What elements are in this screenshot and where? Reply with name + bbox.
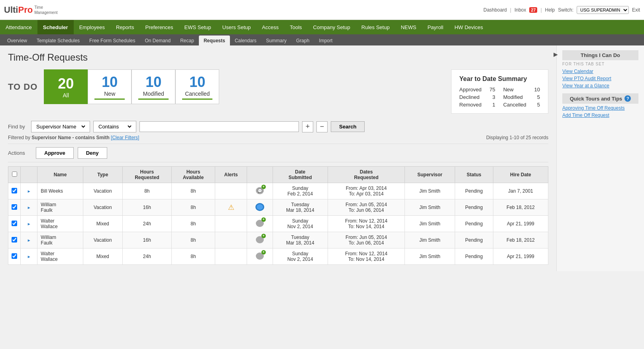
- switch-select[interactable]: USG SUPERADMIN: [577, 6, 629, 14]
- chat-plus-badge: +: [261, 217, 266, 222]
- subnav-ondemand[interactable]: On Demand: [140, 35, 175, 45]
- cell-hire-date: Feb 18, 2012: [493, 232, 548, 248]
- cell-hours-req: 16h: [122, 232, 171, 248]
- table-row: ► WalterWallace Mixed 24h 8h +: [8, 248, 548, 265]
- row-expand-cell[interactable]: ►: [21, 248, 37, 265]
- cell-dates-requested: From: Apr 03, 2014To: Apr 03, 2014: [328, 183, 405, 199]
- cell-alert: [215, 183, 247, 199]
- sidebar-add-time[interactable]: Add Time Off Request: [562, 112, 638, 118]
- row-expand-icon[interactable]: ►: [27, 222, 31, 226]
- nav-news[interactable]: NEWS: [395, 20, 422, 34]
- nav-hw-devices[interactable]: HW Devices: [449, 20, 489, 34]
- search-input[interactable]: [139, 121, 299, 132]
- sidebar-collapse-icon[interactable]: ▶: [554, 51, 558, 57]
- row-expand-icon[interactable]: ►: [27, 254, 31, 259]
- inbox-badge[interactable]: 27: [529, 7, 537, 13]
- row-checkbox-cell[interactable]: [8, 248, 21, 265]
- subnav-overview[interactable]: Overview: [2, 35, 32, 45]
- cell-hours-req: 24h: [122, 248, 171, 265]
- cell-dates-requested: From: Jun 05, 2014To: Jun 06, 2014: [328, 232, 405, 248]
- field-select-container[interactable]: Supervisor Name Employee Name Status Typ…: [31, 121, 90, 132]
- ytd-approved-label: Approved: [459, 87, 482, 93]
- todo-card-cancelled[interactable]: 10 Cancelled: [175, 69, 219, 104]
- subnav-template[interactable]: Template Schedules: [32, 35, 84, 45]
- sidebar-view-pto[interactable]: View PTO Audit Report: [562, 76, 638, 81]
- row-checkbox-cell[interactable]: [8, 199, 21, 216]
- cell-type: Vacation: [83, 232, 122, 248]
- row-checkbox[interactable]: [12, 237, 17, 243]
- row-checkbox[interactable]: [12, 204, 17, 210]
- help-icon[interactable]: ?: [624, 95, 631, 102]
- remove-filter-button[interactable]: −: [316, 121, 328, 132]
- sep1: |: [510, 7, 511, 13]
- subnav-freeform[interactable]: Free Form Schedules: [84, 35, 140, 45]
- row-checkbox[interactable]: [12, 188, 17, 193]
- nav-scheduler[interactable]: Scheduler: [37, 20, 74, 34]
- col-hours-req: HoursRequested: [122, 167, 171, 183]
- search-button[interactable]: Search: [331, 121, 365, 132]
- data-table: Name Type HoursRequested HoursAvailable …: [8, 166, 548, 265]
- nav-users-setup[interactable]: Users Setup: [217, 20, 257, 34]
- row-expand-cell[interactable]: ►: [21, 183, 37, 199]
- condition-select[interactable]: Contains Equals Starts With: [97, 123, 133, 130]
- main-content: Time-Off Requests TO DO 20 All 10 New 10: [0, 45, 556, 271]
- row-expand-cell[interactable]: ►: [21, 216, 37, 232]
- row-expand-cell[interactable]: ►: [21, 232, 37, 248]
- row-checkbox[interactable]: [12, 221, 17, 226]
- nav-access[interactable]: Access: [256, 20, 284, 34]
- nav-employees[interactable]: Employees: [74, 20, 110, 34]
- todo-cancelled-label: Cancelled: [185, 91, 210, 97]
- cell-type: Mixed: [83, 248, 122, 265]
- dashboard-link[interactable]: Dashboard: [483, 7, 507, 13]
- nav-tools[interactable]: Tools: [284, 20, 307, 34]
- row-checkbox-cell[interactable]: [8, 216, 21, 232]
- subnav-recap[interactable]: Recap: [175, 35, 199, 45]
- ytd-section: Year to Date Summary Approved 75 New 10 …: [451, 69, 548, 114]
- row-expand-icon[interactable]: ►: [27, 205, 31, 210]
- sep2: |: [540, 7, 542, 13]
- row-expand-icon[interactable]: ►: [27, 238, 31, 243]
- nav-rules-setup[interactable]: Rules Setup: [356, 20, 395, 34]
- content: Time-Off Requests TO DO 20 All 10 New 10: [0, 45, 644, 271]
- row-checkbox-cell[interactable]: [8, 183, 21, 199]
- subnav-import[interactable]: Import: [314, 35, 337, 45]
- todo-label: TO DO: [8, 69, 44, 104]
- nav-company-setup[interactable]: Company Setup: [308, 20, 356, 34]
- nav-attendance[interactable]: Attendance: [0, 20, 37, 34]
- todo-card-all[interactable]: 20 All: [44, 69, 88, 104]
- row-checkbox[interactable]: [12, 253, 17, 259]
- todo-modified-number: 10: [145, 74, 161, 91]
- approve-button[interactable]: Approve: [36, 147, 74, 159]
- row-expand-cell[interactable]: ►: [21, 199, 37, 216]
- todo-cancelled-number: 10: [189, 74, 205, 91]
- sidebar-approving-time[interactable]: Approving Time Off Requests: [562, 105, 638, 111]
- add-filter-button[interactable]: +: [302, 121, 313, 132]
- subnav-summary[interactable]: Summary: [261, 35, 291, 45]
- subnav-graph[interactable]: Graph: [291, 35, 314, 45]
- nav-preferences[interactable]: Preferences: [139, 20, 179, 34]
- nav-payroll[interactable]: Payroll: [422, 20, 449, 34]
- clear-filters-link[interactable]: [Clear Filters]: [111, 135, 139, 140]
- row-checkbox-cell[interactable]: [8, 232, 21, 248]
- nav-reports[interactable]: Reports: [110, 20, 140, 34]
- todo-section: TO DO 20 All 10 New 10 Modified: [8, 69, 219, 104]
- sidebar-view-year[interactable]: View Year at a Glance: [562, 83, 638, 89]
- subnav-requests[interactable]: Requests: [199, 35, 230, 45]
- deny-button[interactable]: Deny: [78, 147, 107, 159]
- col-type: Type: [83, 167, 122, 183]
- exit-link[interactable]: Exit: [632, 7, 640, 13]
- cell-alert: [215, 216, 247, 232]
- todo-card-modified[interactable]: 10 Modified: [132, 69, 175, 104]
- subnav-calendars[interactable]: Calendars: [230, 35, 261, 45]
- nav-ews-setup[interactable]: EWS Setup: [179, 20, 217, 34]
- logo: UltiPro TimeManagement: [4, 5, 58, 15]
- condition-select-container[interactable]: Contains Equals Starts With: [93, 121, 136, 132]
- select-all-checkbox[interactable]: [12, 172, 17, 177]
- field-select[interactable]: Supervisor Name Employee Name Status Typ…: [35, 123, 86, 130]
- help-link[interactable]: Help: [545, 7, 555, 13]
- sidebar-view-calendar[interactable]: View Calendar: [562, 69, 638, 74]
- todo-card-new[interactable]: 10 New: [88, 69, 132, 104]
- todo-new-number: 10: [102, 74, 118, 91]
- row-expand-icon[interactable]: ►: [27, 189, 31, 193]
- col-hire-date: Hire Date: [493, 167, 548, 183]
